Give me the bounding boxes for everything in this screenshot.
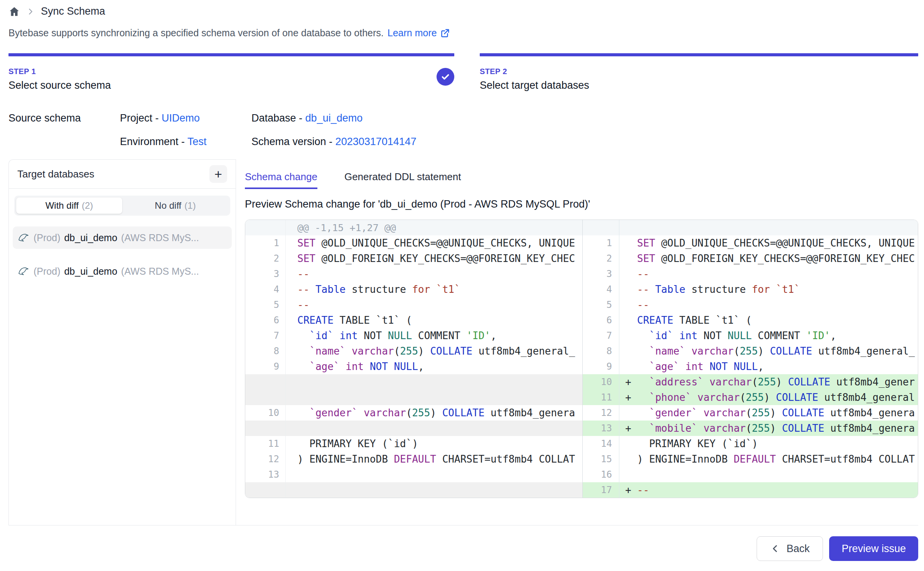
diff-filter-tabs: With diff(2) No diff(1) <box>14 196 230 216</box>
page-title: Sync Schema <box>41 5 105 17</box>
step2-title: Select target databases <box>480 79 918 91</box>
diff-row: 12) ENGINE=InnoDB DEFAULT CHARSET=utf8mb… <box>245 451 918 467</box>
diff-row: 8 `name` varchar(255) COLLATE utf8mb4_ge… <box>245 343 918 359</box>
schema-change-section: Schema change Generated DDL statement Pr… <box>236 159 918 525</box>
project-field: Project - UIDemo <box>120 112 251 124</box>
step2-label: STEP 2 <box>480 67 918 76</box>
mysql-icon <box>17 231 30 244</box>
check-icon <box>440 72 450 82</box>
list-item-database-2[interactable]: (Prod) db_ui_demo (AWS RDS MyS... <box>13 260 232 282</box>
diff-row: 10 `gender` varchar(255) COLLATE utf8mb4… <box>245 405 918 421</box>
step1-complete-badge <box>437 68 454 86</box>
project-link[interactable]: UIDemo <box>162 112 200 124</box>
preview-tabs: Schema change Generated DDL statement <box>245 171 918 189</box>
diff-row: 2SET @OLD_FOREIGN_KEY_CHECKS=@@FOREIGN_K… <box>245 251 918 266</box>
external-link-icon <box>440 28 450 38</box>
main-split: Target databases + With diff(2) No diff(… <box>8 159 918 525</box>
home-icon[interactable] <box>8 6 20 17</box>
diff-view: @@ -1,15 +1,27 @@1SET @OLD_UNIQUE_CHECKS… <box>245 220 918 498</box>
step1-bar <box>8 53 454 56</box>
diff-row: 9 `age` int NOT NULL,9 `age` int NOT NUL… <box>245 359 918 374</box>
back-button[interactable]: Back <box>757 536 823 561</box>
intro-text-row: Bytebase supports synchronizing a specif… <box>8 27 918 39</box>
breadcrumb: Sync Schema <box>8 5 918 17</box>
chevron-right-icon <box>26 7 35 16</box>
diff-row: 3--3-- <box>245 266 918 282</box>
target-databases-title: Target databases <box>17 168 94 180</box>
target-database-list: (Prod) db_ui_demo (AWS RDS MyS... (Prod)… <box>9 226 236 282</box>
tab-generated-ddl[interactable]: Generated DDL statement <box>344 171 461 189</box>
environment-link[interactable]: Test <box>187 136 207 147</box>
schema-version-link[interactable]: 20230317014147 <box>336 136 416 147</box>
intro-text: Bytebase supports synchronizing a specif… <box>8 27 384 39</box>
preview-heading: Preview Schema change for 'db_ui_demo (P… <box>245 198 918 210</box>
diff-row: 1SET @OLD_UNIQUE_CHECKS=@@UNIQUE_CHECKS,… <box>245 235 918 251</box>
preview-issue-button[interactable]: Preview issue <box>829 536 918 561</box>
add-target-database-button[interactable]: + <box>209 165 227 183</box>
step2-bar <box>480 53 918 56</box>
target-databases-panel: Target databases + With diff(2) No diff(… <box>8 159 236 525</box>
diff-row: 10+ `address` varchar(255) COLLATE utf8m… <box>245 374 918 390</box>
tab-no-diff[interactable]: No diff(1) <box>122 198 228 214</box>
learn-more-link[interactable]: Learn more <box>388 27 450 39</box>
chevron-left-icon <box>770 544 780 554</box>
target-databases-header: Target databases + <box>9 160 236 189</box>
footer-actions: Back Preview issue <box>8 525 918 561</box>
diff-row: 1316 <box>245 467 918 482</box>
step1-title: Select source schema <box>8 79 111 91</box>
source-schema-summary: Source schema Project - UIDemo Database … <box>8 112 918 148</box>
database-link[interactable]: db_ui_demo <box>305 112 363 124</box>
environment-field: Environment - Test <box>120 136 251 148</box>
tab-with-diff[interactable]: With diff(2) <box>16 198 122 214</box>
step-progress-bars <box>8 53 918 56</box>
step1-label: STEP 1 <box>8 67 111 76</box>
diff-row: 11+ `phone` varchar(255) COLLATE utf8mb4… <box>245 390 918 405</box>
tab-schema-change[interactable]: Schema change <box>245 171 317 189</box>
database-field: Database - db_ui_demo <box>251 112 918 124</box>
schema-version-field: Schema version - 20230317014147 <box>251 136 918 148</box>
source-schema-label: Source schema <box>8 112 120 124</box>
step2: STEP 2 Select target databases <box>480 67 918 91</box>
diff-row: 13+ `mobile` varchar(255) COLLATE utf8mb… <box>245 421 918 436</box>
diff-row: 17+-- <box>245 482 918 498</box>
diff-row: 6CREATE TABLE `t1` (6CREATE TABLE `t1` ( <box>245 313 918 328</box>
sync-schema-page: Sync Schema Bytebase supports synchroniz… <box>0 5 924 571</box>
steps-row: STEP 1 Select source schema STEP 2 Selec… <box>8 67 918 91</box>
list-item-database-1[interactable]: (Prod) db_ui_demo (AWS RDS MyS... <box>13 226 232 249</box>
step1: STEP 1 Select source schema <box>8 67 454 91</box>
diff-row: 4-- Table structure for `t1`4-- Table st… <box>245 282 918 297</box>
mysql-icon <box>17 265 30 277</box>
diff-row: 11 PRIMARY KEY (`id`)14 PRIMARY KEY (`id… <box>245 436 918 451</box>
diff-row: 5--5-- <box>245 297 918 313</box>
diff-row: 7 `id` int NOT NULL COMMENT 'ID',7 `id` … <box>245 328 918 343</box>
diff-hunk-header: @@ -1,15 +1,27 @@ <box>245 220 918 235</box>
